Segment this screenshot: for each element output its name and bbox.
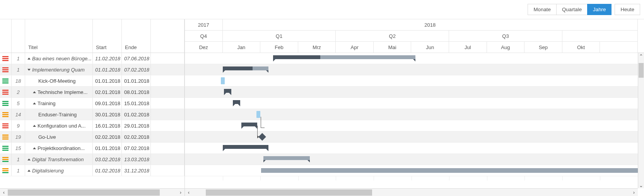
- status-icon: [0, 120, 12, 131]
- chart-row[interactable]: [185, 165, 638, 176]
- scroll-left-icon[interactable]: ‹: [0, 189, 8, 196]
- gantt-summary-bar[interactable]: [233, 100, 240, 104]
- timeline-header-cell: Jul: [449, 42, 487, 53]
- status-icon: [0, 131, 12, 142]
- table-row[interactable]: 2Technische Impleme...02.01.201808.01.20…: [0, 87, 184, 98]
- view-months-button[interactable]: Monate: [528, 4, 556, 15]
- col-title-header[interactable]: Titel: [25, 19, 93, 53]
- chevron-down-icon[interactable]: [27, 69, 31, 71]
- scroll-right-icon[interactable]: ›: [177, 189, 184, 196]
- left-h-scroll-thumb[interactable]: [8, 189, 160, 196]
- row-title-text: Projektkoordination...: [38, 145, 85, 151]
- status-icon: [0, 165, 12, 176]
- status-icon: [0, 87, 12, 97]
- col-end-header[interactable]: Ende: [122, 19, 151, 53]
- table-row[interactable]: 1Bau eines neuen Büroge...11.02.201807.0…: [0, 53, 184, 64]
- chart-row[interactable]: [185, 131, 638, 143]
- col-start-header[interactable]: Start: [93, 19, 122, 53]
- chart-row[interactable]: [185, 120, 638, 131]
- row-title[interactable]: Bau eines neuen Büroge...: [25, 53, 93, 64]
- chart-row[interactable]: [185, 98, 638, 109]
- table-row[interactable]: 1Digital Transforemation03.02.201813.03.…: [0, 154, 184, 165]
- chart-row[interactable]: [185, 53, 638, 64]
- row-title[interactable]: Implementierung Quam: [25, 64, 93, 75]
- row-start-date: 09.01.2018: [93, 98, 122, 109]
- table-row[interactable]: 1Digitalisierung01.02.201831.12.2018: [0, 165, 184, 176]
- left-h-scroll-track[interactable]: [8, 189, 177, 196]
- row-title[interactable]: Technische Impleme...: [25, 87, 93, 97]
- chevron-up-icon[interactable]: [33, 125, 36, 127]
- row-title[interactable]: Digital Transforemation: [25, 154, 93, 165]
- view-years-button[interactable]: Jahre: [587, 4, 612, 15]
- row-title[interactable]: Kick-Off-Meeting: [25, 75, 93, 86]
- row-title[interactable]: Go-Live: [25, 131, 93, 142]
- table-row[interactable]: 9Konfiguration und A...16.01.201829.01.2…: [0, 120, 184, 131]
- row-title[interactable]: Projektkoordination...: [25, 143, 93, 153]
- right-h-scrollbar[interactable]: ‹ ›: [185, 188, 638, 196]
- right-h-scroll-track[interactable]: [193, 189, 630, 196]
- gantt-summary-bar[interactable]: [241, 123, 257, 126]
- table-row[interactable]: 18Kick-Off-Meeting01.01.201801.01.2018: [0, 75, 184, 87]
- gantt-summary-bar[interactable]: [223, 145, 268, 149]
- row-end-date: 31.12.2018: [122, 165, 151, 176]
- gantt-milestone[interactable]: [256, 111, 260, 118]
- table-row[interactable]: 1Implementierung Quam01.01.201807.02.201…: [0, 64, 184, 75]
- timeline-pane: 20172018Q4Q1Q2Q3DezJanFebMrzAprMaiJunJul…: [185, 19, 644, 196]
- status-icon: [0, 109, 12, 120]
- scroll-up-icon[interactable]: ⌃: [638, 53, 644, 59]
- dependency-line: [261, 117, 265, 128]
- view-quarters-button[interactable]: Quartale: [556, 4, 588, 15]
- row-title[interactable]: Konfiguration und A...: [25, 120, 93, 131]
- chart-row[interactable]: [185, 143, 638, 154]
- gantt-milestone[interactable]: [258, 133, 266, 141]
- chart-row[interactable]: [185, 64, 638, 75]
- chart-row[interactable]: [185, 109, 638, 120]
- gantt-milestone[interactable]: [221, 77, 225, 84]
- chevron-up-icon[interactable]: [27, 58, 31, 60]
- row-title[interactable]: Enduser-Training: [25, 109, 93, 120]
- timeline-header-cell: Q4: [185, 31, 223, 42]
- scroll-right-icon[interactable]: ›: [630, 189, 638, 196]
- left-h-scrollbar[interactable]: ‹ ›: [0, 188, 184, 196]
- table-row[interactable]: 14Enduser-Training30.01.201801.02.2018: [0, 109, 184, 120]
- timeline-header-cell: Okt: [562, 42, 600, 53]
- timeline-header-cell: Mrz: [298, 42, 336, 53]
- timeline-body[interactable]: [185, 53, 638, 188]
- gantt-summary-bar[interactable]: [224, 89, 231, 93]
- today-button[interactable]: Heute: [615, 4, 640, 15]
- row-end-date: 01.02.2018: [122, 109, 151, 120]
- left-grid-rows: 1Bau eines neuen Büroge...11.02.201807.0…: [0, 53, 184, 188]
- row-number: 18: [12, 75, 25, 86]
- gantt-task-bar[interactable]: [261, 168, 644, 173]
- row-start-date: 02.02.2018: [93, 131, 122, 142]
- right-h-scroll-thumb[interactable]: [206, 189, 372, 196]
- row-number: 1: [12, 53, 25, 64]
- chevron-up-icon[interactable]: [33, 102, 36, 104]
- row-end-date: 07.02.2018: [122, 143, 151, 153]
- scroll-left-icon[interactable]: ‹: [185, 189, 193, 196]
- chevron-up-icon[interactable]: [27, 159, 31, 160]
- row-end-date: 15.01.2018: [122, 98, 151, 109]
- chart-row[interactable]: [185, 87, 638, 98]
- table-row[interactable]: 19Go-Live02.02.201802.02.2018: [0, 131, 184, 143]
- row-end-date: 29.01.2018: [122, 120, 151, 131]
- table-row[interactable]: 5Training09.01.201815.01.2018: [0, 98, 184, 109]
- chevron-up-icon[interactable]: [33, 91, 36, 93]
- row-number: 1: [12, 154, 25, 165]
- status-icon: [0, 154, 12, 165]
- scroll-down-icon[interactable]: ⌄: [638, 182, 644, 188]
- right-v-scrollbar[interactable]: ⌃ ⌄: [638, 53, 644, 188]
- table-row[interactable]: 15Projektkoordination...01.01.201807.02.…: [0, 143, 184, 154]
- row-title[interactable]: Training: [25, 98, 93, 109]
- chevron-up-icon[interactable]: [27, 170, 31, 172]
- chevron-up-icon[interactable]: [33, 147, 36, 149]
- right-v-scroll-thumb[interactable]: [639, 63, 644, 78]
- row-title[interactable]: Digitalisierung: [25, 165, 93, 176]
- timeline-header-cell: Dez: [185, 42, 223, 53]
- row-title-text: Konfiguration und A...: [38, 123, 85, 129]
- status-icon: [0, 53, 12, 64]
- toolbar: Monate Quartale Jahre Heute: [0, 0, 644, 19]
- chart-row[interactable]: [185, 75, 638, 87]
- chart-row[interactable]: [185, 154, 638, 165]
- timeline-header-cell: [562, 31, 638, 42]
